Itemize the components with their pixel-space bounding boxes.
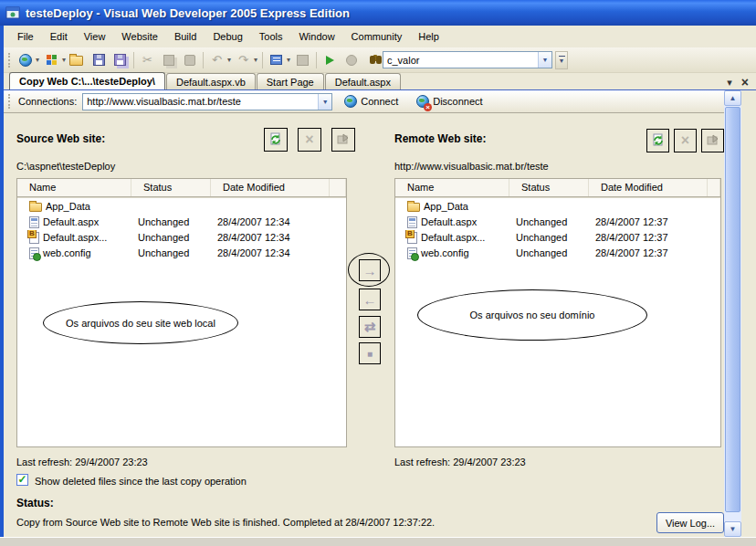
add-item-dropdown-icon[interactable]: ▾	[60, 56, 68, 64]
disconnect-button[interactable]: Disconnect	[410, 92, 488, 110]
scroll-down-button[interactable]: ▼	[724, 521, 741, 537]
menu-item-file[interactable]: File	[9, 28, 42, 45]
toolbar-grip[interactable]	[8, 53, 11, 68]
menu-item-debug[interactable]: Debug	[205, 28, 250, 45]
menu-item-view[interactable]: View	[76, 28, 114, 45]
toolbar-separator	[203, 52, 204, 68]
redo-button[interactable]: ↷	[233, 50, 254, 70]
start-debug-button[interactable]	[320, 50, 341, 70]
navigate-button[interactable]	[266, 50, 287, 70]
stop-button[interactable]: ■	[359, 342, 381, 364]
redo-dropdown-icon[interactable]: ▾	[252, 56, 259, 64]
copy-site-source-button[interactable]	[331, 128, 355, 152]
file-date: 28/4/2007 12:37	[589, 246, 708, 261]
tab-list-dropdown-icon[interactable]: ▾	[727, 77, 732, 89]
connections-combo[interactable]: http://www.visualbasic.mat.br/teste ▼	[82, 93, 332, 110]
navigate-dropdown-icon[interactable]: ▾	[285, 56, 292, 64]
show-deleted-checkbox[interactable]: ✓	[16, 474, 28, 486]
tab-copy-web[interactable]: Copy Web C:\...\testeDeploy\	[9, 72, 165, 89]
undo-icon: ↶	[212, 54, 222, 66]
vertical-scrollbar[interactable]: ▲ ▼	[724, 90, 741, 537]
save-button[interactable]	[89, 50, 110, 70]
file-row-default-aspx-vb[interactable]: Default.aspx... Unchanged 28/4/2007 12:3…	[395, 230, 720, 246]
status-title: Status:	[16, 497, 54, 509]
source-site-title: Source Web site:	[16, 132, 105, 145]
menu-item-edit[interactable]: Edit	[42, 28, 76, 45]
menu-item-website[interactable]: Website	[113, 28, 166, 45]
add-item-icon	[47, 55, 57, 65]
browse-button[interactable]	[341, 50, 362, 70]
scroll-up-button[interactable]: ▲	[724, 90, 741, 106]
delete-remote-button[interactable]: ×	[674, 129, 697, 152]
refresh-remote-button[interactable]	[646, 129, 669, 152]
file-date: 28/4/2007 12:34	[211, 246, 330, 261]
folder-icon	[29, 203, 42, 212]
source-last-refresh: Last refresh: 29/4/2007 23:23	[16, 457, 148, 467]
file-row-default-aspx[interactable]: Default.aspx Unchanged 28/4/2007 12:37	[395, 215, 720, 230]
file-row-web-config[interactable]: web.config Unchanged 28/4/2007 12:34	[17, 246, 346, 261]
connections-grip[interactable]	[8, 94, 11, 109]
toolbar-separator	[316, 52, 317, 68]
file-status	[509, 199, 589, 215]
menu-item-community[interactable]: Community	[343, 28, 411, 45]
file-row-default-aspx-vb[interactable]: Default.aspx... Unchanged 28/4/2007 12:3…	[17, 230, 346, 246]
menu-item-help[interactable]: Help	[410, 28, 447, 45]
column-header-date[interactable]: Date Modified	[589, 179, 708, 196]
column-header-blank	[708, 179, 720, 196]
copy-to-source-button[interactable]: ←	[359, 289, 381, 310]
column-header-blank	[330, 179, 346, 196]
find-combo-dropdown-icon[interactable]: ▼	[538, 52, 551, 68]
copy-site-remote-button[interactable]	[701, 129, 724, 152]
file-row-app-data[interactable]: App_Data	[17, 199, 346, 215]
menu-item-build[interactable]: Build	[166, 28, 205, 45]
scrollbar-thumb[interactable]	[725, 107, 740, 512]
file-row-default-aspx[interactable]: Default.aspx Unchanged 28/4/2007 12:34	[17, 215, 346, 230]
tab-start-page[interactable]: Start Page	[257, 73, 324, 89]
column-header-status[interactable]: Status	[131, 179, 211, 196]
column-header-name[interactable]: Name	[17, 179, 131, 196]
navigate-forward-button[interactable]	[292, 50, 313, 70]
menu-item-tools[interactable]: Tools	[251, 28, 291, 45]
document-tab-strip: Copy Web C:\...\testeDeploy\ Default.asp…	[4, 73, 756, 90]
find-button[interactable]	[362, 50, 383, 70]
column-header-name[interactable]: Name	[395, 179, 509, 196]
save-all-icon	[114, 54, 126, 66]
close-document-icon[interactable]: ×	[741, 75, 749, 89]
column-header-date[interactable]: Date Modified	[211, 179, 330, 196]
remote-site-title: Remote Web site:	[394, 132, 486, 145]
toolbar-options-button[interactable]: ▼	[555, 51, 568, 69]
copy-button[interactable]	[158, 50, 179, 70]
copy-to-remote-button[interactable]: →	[359, 259, 381, 281]
connect-button[interactable]: Connect	[338, 92, 404, 110]
file-name: Default.aspx	[43, 215, 99, 230]
new-website-dropdown-icon[interactable]: ▾	[34, 56, 41, 64]
new-website-button[interactable]	[15, 50, 36, 70]
app-icon[interactable]	[5, 5, 20, 20]
cut-button[interactable]: ✂	[137, 50, 158, 70]
undo-dropdown-icon[interactable]: ▾	[226, 56, 233, 64]
column-header-status[interactable]: Status	[509, 179, 589, 196]
paste-button[interactable]	[179, 50, 200, 70]
view-log-button[interactable]: View Log...	[656, 512, 724, 533]
remote-url: http://www.visualbasic.mat.br/teste	[394, 161, 549, 172]
connections-dropdown-icon[interactable]: ▼	[318, 94, 331, 110]
menu-item-window[interactable]: Window	[290, 28, 342, 45]
source-list-header: Name Status Date Modified	[17, 179, 346, 197]
file-row-web-config[interactable]: web.config Unchanged 28/4/2007 12:37	[395, 246, 720, 261]
title-bar[interactable]: testeDeploy - Visual Web Developer 2005 …	[0, 0, 756, 26]
file-row-app-data[interactable]: App_Data	[395, 199, 720, 215]
arrow-left-icon: ←	[363, 292, 377, 308]
refresh-source-button[interactable]	[264, 128, 288, 152]
open-file-button[interactable]	[68, 50, 89, 70]
undo-button[interactable]: ↶	[206, 50, 227, 70]
synchronize-button[interactable]: ⇄	[359, 316, 381, 338]
file-status: Unchanged	[509, 215, 589, 230]
navigate-icon	[270, 55, 282, 65]
tab-default-aspx[interactable]: Default.aspx	[325, 73, 401, 89]
save-all-button[interactable]	[110, 50, 131, 70]
delete-source-button[interactable]: ×	[298, 128, 321, 152]
toolbar-options-arrow-icon: ▼	[559, 58, 565, 64]
tab-default-aspx-vb[interactable]: Default.aspx.vb	[166, 73, 256, 89]
find-combo[interactable]: c_valor ▼	[383, 51, 552, 68]
add-item-button[interactable]	[41, 50, 62, 70]
